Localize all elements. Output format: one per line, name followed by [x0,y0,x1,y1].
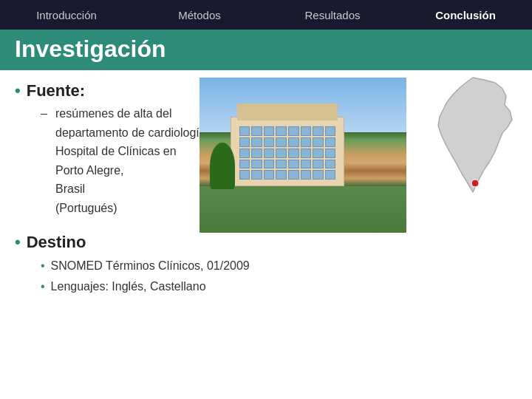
fuente-label: Fuente: [27,81,85,100]
hospital-image [200,78,406,233]
nav-metodos-label: Métodos [178,9,221,21]
nav-resultados-label: Resultados [304,9,360,21]
nav-conclusion-label: Conclusión [435,9,496,21]
bullet-dot-2: • [15,233,21,252]
destino-section: • Destino • SNOMED Términos Clínicos, 01… [15,233,517,299]
main-content: • Fuente: – resúmenes de alta del depart… [0,70,532,316]
destino-sub1: • SNOMED Términos Clínicos, 01/2009 [41,256,517,277]
svg-point-0 [471,180,479,187]
sub-dot-2: • [41,276,45,298]
destino-sub2: • Lenguajes: Inglés, Castellano [41,276,517,298]
dash-icon: – [41,104,50,123]
destino-label: Destino [27,233,86,252]
destino-text1: SNOMED Términos Clínicos, 01/2009 [51,256,250,277]
nav-resultados[interactable]: Resultados [266,0,399,30]
nav-metodos[interactable]: Métodos [133,0,266,30]
nav-conclusion[interactable]: Conclusión [399,0,532,30]
destino-heading: • Destino [15,233,517,252]
brazil-map [425,74,521,207]
nav-introduccion[interactable]: Introducción [0,0,133,30]
bullet-dot-1: • [15,81,21,100]
nav-introduccion-label: Introducción [36,9,97,21]
destino-text2: Lenguajes: Inglés, Castellano [51,276,206,298]
sub-dot-1: • [41,256,45,277]
page-title: Investigación [15,35,517,63]
page-header: Investigación [0,30,532,70]
navigation-bar: Introducción Métodos Resultados Conclusi… [0,0,532,30]
